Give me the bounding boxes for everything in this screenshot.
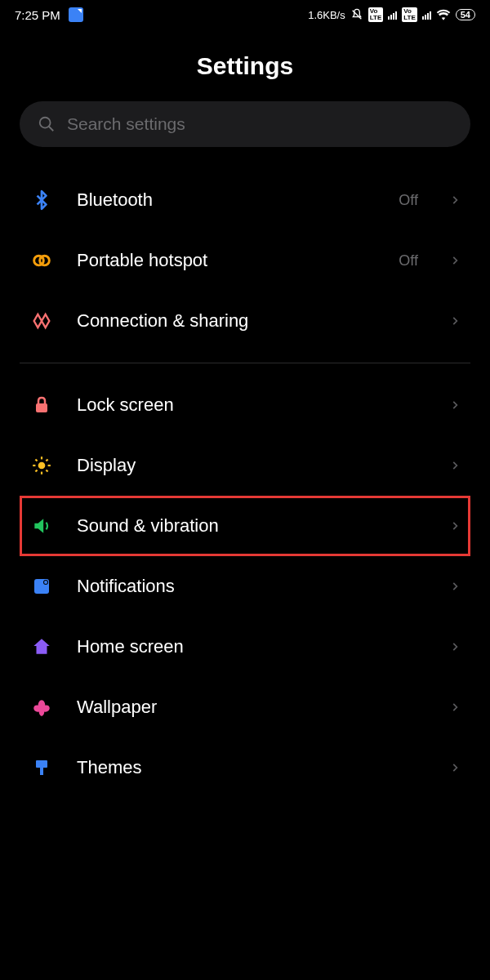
item-label: Lock screen xyxy=(77,394,426,416)
item-label: Notifications xyxy=(77,576,426,597)
signal-icon-2 xyxy=(422,10,431,20)
chevron-right-icon xyxy=(449,581,461,592)
chevron-right-icon xyxy=(449,641,461,653)
svg-rect-19 xyxy=(40,768,43,775)
chevron-right-icon xyxy=(449,460,461,471)
settings-list: BluetoothOffPortable hotspotOffConnectio… xyxy=(0,170,490,798)
settings-item-connection[interactable]: Connection & sharing xyxy=(20,291,470,351)
divider xyxy=(20,363,470,363)
settings-item-themes[interactable]: Themes xyxy=(20,737,470,798)
battery-indicator: 54 xyxy=(456,9,475,20)
settings-item-wallpaper[interactable]: Wallpaper xyxy=(20,677,470,737)
volte-icon-1: VoLTE xyxy=(368,7,384,22)
chevron-right-icon xyxy=(449,399,461,411)
home-icon xyxy=(29,635,54,659)
connection-icon xyxy=(29,309,54,333)
chevron-right-icon xyxy=(449,255,461,266)
settings-item-bluetooth[interactable]: BluetoothOff xyxy=(20,170,470,230)
notification-icon xyxy=(29,574,54,599)
svg-line-14 xyxy=(46,459,47,461)
svg-rect-18 xyxy=(36,760,47,768)
svg-point-6 xyxy=(38,462,46,470)
svg-point-17 xyxy=(44,581,47,584)
lock-icon xyxy=(29,393,54,417)
bluetooth-icon xyxy=(29,188,54,212)
item-label: Display xyxy=(77,455,426,476)
flower-icon xyxy=(29,695,54,719)
search-input[interactable]: Search settings xyxy=(20,101,470,147)
item-status: Off xyxy=(399,192,418,209)
svg-rect-5 xyxy=(36,403,47,412)
settings-item-notifications[interactable]: Notifications xyxy=(20,556,470,617)
volte-icon-2: VoLTE xyxy=(402,7,417,22)
speaker-icon xyxy=(29,514,54,538)
chevron-right-icon xyxy=(449,520,461,532)
dnd-icon xyxy=(350,8,363,21)
chevron-right-icon xyxy=(449,315,461,327)
page-title: Settings xyxy=(0,29,490,101)
item-label: Sound & vibration xyxy=(77,515,426,537)
item-label: Portable hotspot xyxy=(77,250,376,271)
status-time: 7:25 PM xyxy=(15,8,60,22)
search-icon xyxy=(38,115,56,133)
item-label: Themes xyxy=(77,757,426,778)
item-label: Wallpaper xyxy=(77,697,426,718)
settings-item-hotspot[interactable]: Portable hotspotOff xyxy=(20,230,470,291)
svg-line-12 xyxy=(46,470,47,471)
item-label: Home screen xyxy=(77,636,426,657)
svg-line-13 xyxy=(35,470,37,471)
item-label: Connection & sharing xyxy=(77,310,426,332)
chevron-right-icon xyxy=(449,762,461,773)
sun-icon xyxy=(29,453,54,478)
signal-icon-1 xyxy=(388,10,397,20)
svg-point-1 xyxy=(40,118,51,128)
chevron-right-icon xyxy=(449,702,461,713)
settings-item-home[interactable]: Home screen xyxy=(20,617,470,677)
svg-line-11 xyxy=(35,459,37,461)
data-rate: 1.6KB/s xyxy=(308,9,345,21)
hotspot-icon xyxy=(29,248,54,273)
chevron-right-icon xyxy=(449,194,461,206)
settings-item-display[interactable]: Display xyxy=(20,435,470,496)
brush-icon xyxy=(29,755,54,780)
wifi-icon xyxy=(436,9,451,20)
app-indicator-icon xyxy=(69,7,83,22)
search-placeholder: Search settings xyxy=(67,114,185,134)
settings-item-lock[interactable]: Lock screen xyxy=(20,375,470,435)
item-status: Off xyxy=(399,252,418,270)
settings-item-sound[interactable]: Sound & vibration xyxy=(20,496,470,556)
item-label: Bluetooth xyxy=(77,189,376,211)
status-bar: 7:25 PM 1.6KB/s VoLTE VoLTE 54 xyxy=(0,0,490,29)
svg-line-2 xyxy=(49,127,54,131)
